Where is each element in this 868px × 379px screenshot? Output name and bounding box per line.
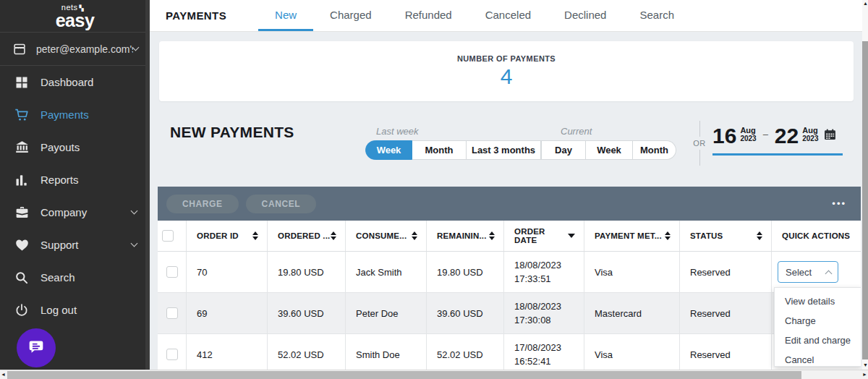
sort-icon[interactable]	[412, 231, 417, 240]
filter-month-button[interactable]: Month	[412, 140, 467, 160]
logo-easy-text: easy	[56, 12, 95, 28]
date-to-month-year: Aug 2023	[802, 127, 818, 142]
sort-icon[interactable]	[252, 231, 258, 240]
more-options-icon[interactable]: •••	[832, 198, 846, 209]
column-header-order-date[interactable]: ORDER DATE	[504, 221, 584, 251]
sort-icon[interactable]	[757, 231, 762, 240]
table-header-row: ORDER ID ORDERED ... CONSUME... REMAININ…	[158, 221, 861, 252]
tab-canceled[interactable]: Canceled	[469, 0, 548, 31]
payment-method-cell: Visa	[584, 252, 680, 292]
menu-item-cancel[interactable]: Cancel	[775, 350, 861, 370]
column-header-remaining[interactable]: REMAININ...	[427, 221, 504, 251]
column-header-status[interactable]: STATUS	[680, 221, 772, 251]
nets-easy-logo: nets▚ easy	[0, 0, 150, 33]
column-header-quick-actions: QUICK ACTIONS	[772, 221, 861, 251]
current-group-label: Current	[561, 126, 592, 137]
account-selector[interactable]: peter@example.com's...	[0, 33, 150, 66]
last-week-group-label: Last week	[376, 126, 419, 137]
bank-icon	[14, 140, 30, 156]
sidebar-item-dashboard[interactable]: Dashboard	[0, 66, 150, 98]
sidebar-item-label: Company	[41, 206, 132, 218]
table-row: 412 52.02 USD Smith Doe 52.02 USD 17/08/…	[158, 334, 861, 370]
ordered-amount-cell: 19.80 USD	[268, 252, 346, 292]
filter-day-button[interactable]: Day	[541, 140, 586, 160]
horizontal-scrollbar-thumb[interactable]	[7, 371, 801, 379]
dashboard-icon	[14, 74, 30, 90]
divider-line	[699, 121, 700, 137]
sidebar-item-support[interactable]: Support	[0, 229, 150, 261]
row-checkbox[interactable]	[166, 266, 178, 278]
tab-declined[interactable]: Declined	[548, 0, 623, 31]
menu-item-view-details[interactable]: View details	[775, 291, 861, 311]
vertical-scrollbar[interactable]: ▲ ▼	[862, 0, 868, 370]
sidebar-item-payouts[interactable]: Payouts	[0, 131, 150, 163]
column-header-payment-method[interactable]: PAYMENT MET...	[584, 221, 680, 251]
scroll-down-arrow-icon[interactable]: ▼	[863, 362, 868, 368]
chat-widget-button[interactable]	[17, 328, 56, 367]
filter-week-button[interactable]: Week	[365, 140, 412, 160]
horizontal-scrollbar[interactable]: ◄ ►	[0, 370, 868, 379]
row-checkbox[interactable]	[166, 307, 178, 319]
chevron-down-icon	[132, 44, 140, 51]
cancel-button[interactable]: CANCEL	[246, 195, 317, 213]
sort-desc-icon[interactable]	[568, 234, 575, 238]
filter-current-month-button[interactable]: Month	[633, 140, 676, 160]
scroll-left-arrow-icon[interactable]: ◄	[1, 372, 6, 378]
tab-new[interactable]: New	[258, 0, 313, 31]
order-date-cell: 17/08/202316:52:41	[504, 334, 584, 370]
chevron-down-icon	[131, 208, 138, 215]
order-date-cell: 18/08/202317:33:51	[504, 252, 584, 292]
charge-button[interactable]: CHARGE	[166, 195, 239, 213]
chevron-down-icon	[131, 240, 138, 247]
sort-icon[interactable]	[331, 231, 336, 240]
sort-icon[interactable]	[665, 231, 671, 240]
payment-method-cell: Visa	[584, 334, 680, 370]
section-heading: NEW PAYMENTS	[170, 124, 294, 141]
payments-tabs: New Charged Refunded Canceled Declined S…	[258, 0, 691, 31]
consumer-cell: Jack Smith	[346, 252, 427, 292]
date-to-day: 22	[775, 123, 799, 149]
scroll-right-arrow-icon[interactable]: ►	[862, 372, 867, 378]
sidebar-item-label: Reports	[41, 174, 137, 186]
order-id-cell: 69	[187, 293, 268, 333]
select-all-checkbox[interactable]	[162, 230, 174, 242]
column-header-consumer[interactable]: CONSUME...	[346, 221, 427, 251]
payment-method-cell: Mastercard	[584, 293, 680, 333]
sort-icon[interactable]	[489, 231, 495, 240]
tab-charged[interactable]: Charged	[313, 0, 388, 31]
row-select-cell	[158, 252, 187, 292]
column-header-ordered[interactable]: ORDERED ...	[268, 221, 346, 251]
date-from-month-year: Aug 2023	[740, 127, 756, 142]
sidebar-item-search[interactable]: Search	[0, 261, 150, 294]
cart-icon	[14, 107, 30, 123]
order-id-cell: 412	[187, 334, 268, 370]
table-row: 69 39.60 USD Peter Doe 39.60 USD 18/08/2…	[158, 293, 861, 334]
sidebar-item-logout[interactable]: Log out	[0, 294, 150, 326]
sidebar-item-company[interactable]: Company	[0, 196, 150, 229]
menu-item-charge[interactable]: Charge	[775, 311, 861, 331]
sidebar-item-payments[interactable]: Payments	[0, 98, 150, 131]
calendar-icon[interactable]	[824, 129, 836, 143]
consumer-cell: Peter Doe	[346, 293, 427, 333]
current-segmented-control: Day Week Month	[541, 140, 676, 160]
vertical-scrollbar-thumb[interactable]	[862, 41, 868, 359]
sidebar-item-label: Payouts	[41, 141, 137, 153]
bar-chart-icon	[14, 172, 30, 188]
sidebar-item-reports[interactable]: Reports	[0, 163, 150, 196]
row-checkbox[interactable]	[166, 349, 178, 360]
status-cell: Reserved	[680, 334, 772, 370]
consumer-cell: Smith Doe	[346, 334, 427, 370]
tab-refunded[interactable]: Refunded	[388, 0, 469, 31]
table-row: 70 19.80 USD Jack Smith 19.80 USD 18/08/…	[158, 252, 861, 293]
date-range-picker[interactable]: 16 Aug 2023 – 22 Aug 2023	[712, 123, 836, 149]
power-icon	[14, 302, 30, 318]
column-header-order-id[interactable]: ORDER ID	[187, 221, 268, 251]
quick-action-select-dropdown[interactable]: Select	[778, 261, 838, 283]
filter-last-3-months-button[interactable]: Last 3 months	[467, 140, 541, 160]
sidebar-item-label: Search	[41, 271, 137, 284]
filter-current-week-button[interactable]: Week	[586, 140, 633, 160]
scroll-up-arrow-icon[interactable]: ▲	[863, 1, 868, 7]
tab-search[interactable]: Search	[623, 0, 691, 31]
menu-item-edit-and-charge[interactable]: Edit and charge	[775, 331, 861, 350]
remaining-amount-cell: 19.80 USD	[427, 252, 504, 292]
